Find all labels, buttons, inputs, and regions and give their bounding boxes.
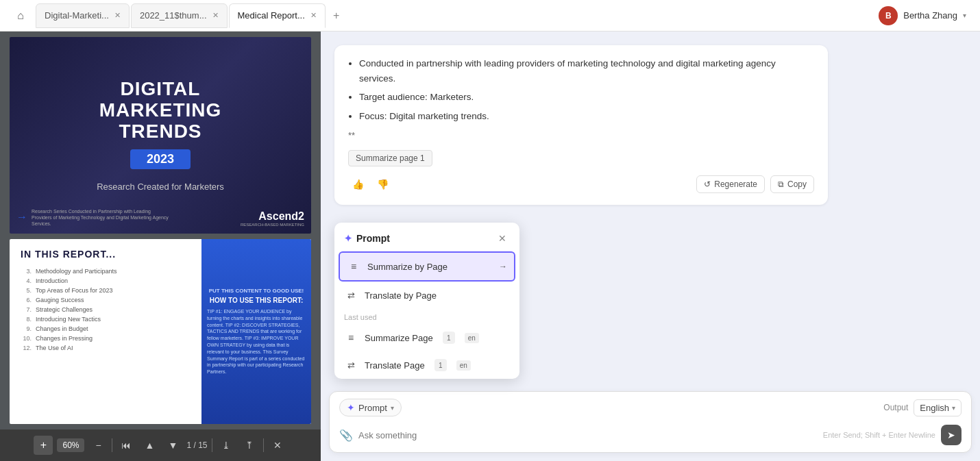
home-button[interactable]: ⌂ — [8, 3, 33, 28]
tab-2022[interactable]: 2022_11$thum... ✕ — [131, 3, 228, 28]
tab-digital-marketing[interactable]: Digital-Marketi... ✕ — [36, 3, 130, 28]
zoom-in-button[interactable]: + — [34, 436, 53, 455]
summarize-page-badge: 1 — [443, 332, 455, 344]
toc-label: Top Areas of Focus for 2023 — [36, 287, 113, 294]
copy-button[interactable]: ⧉ Copy — [770, 175, 814, 193]
thumbs-up-button[interactable]: 👍 — [348, 175, 367, 194]
prev-page-button[interactable]: ▲ — [140, 436, 159, 455]
summarize-page-icon: ≡ — [344, 331, 358, 345]
prompt-close-button[interactable]: ✕ — [495, 231, 510, 246]
output-label: Output — [883, 403, 908, 412]
last-used-translate-page[interactable]: ⇄ Translate Page 1 en — [334, 351, 519, 379]
skip-up-button[interactable]: ⤒ — [240, 436, 259, 455]
tab-label: Digital-Marketi... — [45, 10, 109, 21]
prompt-dropdown-header: ✦ Prompt ✕ — [334, 223, 519, 251]
regenerate-button[interactable]: ↺ Regenerate — [696, 175, 765, 193]
pdf-page-2: IN THIS REPORT... 3.Methodology and Part… — [10, 239, 311, 424]
toc-label: Strategic Challenges — [36, 306, 93, 313]
user-name: Bertha Zhang — [903, 10, 957, 21]
toc-item: 10.Changes in Pressing — [21, 334, 189, 343]
pdf-page-1: DIGITALMARKETINGTRENDS 2023 Research Cre… — [10, 37, 311, 234]
toc-num: 3. — [21, 268, 32, 275]
language-select[interactable]: English ▾ — [914, 399, 961, 416]
regenerate-label: Regenerate — [714, 179, 757, 189]
summarize-page-label: Summarize Page — [365, 333, 433, 343]
toc-label: Gauging Success — [36, 297, 84, 303]
page-display: 1 / 15 — [186, 440, 207, 450]
main-layout: DIGITALMARKETINGTRENDS 2023 Research Cre… — [0, 32, 980, 461]
summarize-page-lang: en — [465, 333, 479, 343]
language-chevron: ▾ — [952, 404, 955, 412]
prompt-pill-button[interactable]: ✦ Prompt ▾ — [339, 399, 402, 416]
summarize-by-page-icon: ≡ — [347, 260, 360, 273]
arrow-icon: → — [499, 262, 507, 271]
chat-input[interactable] — [358, 430, 818, 440]
toc-num: 6. — [21, 297, 32, 303]
toc-label: Changes in Pressing — [36, 335, 93, 342]
send-button[interactable]: ➤ — [941, 425, 961, 445]
prompt-pill-label: Prompt — [358, 403, 387, 413]
pdf-inset-label: PUT THIS CONTENT TO GOOD USE! — [207, 288, 306, 294]
toc-item: 5.Top Areas of Focus for 2023 — [21, 286, 189, 295]
tab-close-icon[interactable]: ✕ — [310, 11, 317, 20]
zoom-display[interactable]: 60% — [57, 438, 84, 452]
pdf-subtitle: Research Created for Marketers — [97, 182, 224, 192]
prompt-dropdown-title: ✦ Prompt — [344, 233, 390, 244]
bullet-1: Conducted in partnership with leading pr… — [359, 56, 814, 86]
toc-label: Introduction — [36, 277, 68, 284]
bullet-3: Focus: Digital marketing trends. — [359, 109, 814, 124]
prompt-item-translate-by-page[interactable]: ⇄ Translate by Page — [334, 282, 519, 309]
pdf-toc-header: IN THIS REPORT... — [21, 249, 189, 260]
attach-button[interactable]: 📎 — [339, 429, 353, 442]
bottom-bar: ✦ Prompt ▾ Output English ▾ 📎 Enter Send… — [329, 391, 972, 453]
pdf-inset-body: TIP #1: ENGAGE YOUR AUDIENCE by turning … — [207, 308, 306, 375]
toc-num: 12. — [21, 345, 32, 351]
skip-down-button[interactable]: ⤓ — [217, 436, 236, 455]
next-page-button[interactable]: ▼ — [163, 436, 182, 455]
toc-item: 9.Changes in Budget — [21, 324, 189, 334]
translate-page-badge: 1 — [434, 359, 447, 371]
right-panel: Conducted in partnership with leading pr… — [321, 32, 980, 461]
copy-label: Copy — [787, 179, 807, 189]
summarize-by-page-label: Summarize by Page — [367, 262, 448, 272]
first-page-button[interactable]: ⏮ — [117, 436, 136, 455]
toc-num: 7. — [21, 306, 32, 313]
avatar: B — [879, 6, 898, 25]
toc-label: The Use of AI — [36, 345, 73, 351]
tab-close-icon[interactable]: ✕ — [212, 11, 219, 20]
tab-medical-report[interactable]: Medical Report... ✕ — [229, 3, 326, 28]
toolbar-divider-3 — [263, 438, 264, 452]
badge-label: Summarize page 1 — [356, 153, 425, 163]
last-used-label: Last used — [334, 309, 519, 324]
toc-item: 8.Introducing New Tactics — [21, 314, 189, 324]
input-hint: Enter Send; Shift + Enter Newline — [823, 431, 935, 439]
bottom-bar-top: ✦ Prompt ▾ Output English ▾ — [330, 392, 971, 422]
prompt-dropdown[interactable]: ✦ Prompt ✕ ≡ Summarize by Page → ⇄ Trans… — [334, 223, 519, 379]
last-used-summarize-page[interactable]: ≡ Summarize Page 1 en — [334, 324, 519, 351]
pdf-toolbar: + 60% − ⏮ ▲ ▼ 1 / 15 ⤓ ⤒ ✕ — [0, 429, 321, 461]
translate-page-icon: ⇄ — [344, 358, 358, 372]
pdf-main-title: DIGITALMARKETINGTRENDS — [99, 79, 222, 142]
close-pdf-button[interactable]: ✕ — [268, 436, 287, 455]
toc-label: Methodology and Participants — [36, 268, 117, 275]
pdf-content[interactable]: DIGITALMARKETINGTRENDS 2023 Research Cre… — [0, 32, 321, 429]
pdf-logo-sub: RESEARCH-BASED MARKETING — [241, 223, 304, 227]
tab-close-icon[interactable]: ✕ — [114, 11, 121, 20]
chat-bullet-list: Conducted in partnership with leading pr… — [359, 56, 814, 123]
prompt-item-summarize-by-page[interactable]: ≡ Summarize by Page → — [339, 251, 515, 282]
toc-num: 5. — [21, 287, 32, 294]
thumbs-down-button[interactable]: 👎 — [373, 175, 392, 194]
send-icon: ➤ — [947, 429, 955, 440]
toc-item: 12.The Use of AI — [21, 343, 189, 353]
page-current: 1 — [186, 440, 191, 450]
toc-item: 6.Gauging Success — [21, 295, 189, 305]
zoom-out-button[interactable]: − — [88, 436, 108, 455]
input-row: 📎 Enter Send; Shift + Enter Newline ➤ — [330, 422, 971, 452]
toc-num: 4. — [21, 277, 32, 284]
user-menu[interactable]: B Bertha Zhang ▾ — [873, 3, 972, 28]
chevron-down-icon: ▾ — [963, 12, 966, 19]
add-tab-button[interactable]: + — [327, 6, 346, 25]
tab-label: 2022_11$thum... — [140, 10, 207, 21]
topbar: ⌂ Digital-Marketi... ✕ 2022_11$thum... ✕… — [0, 0, 980, 32]
pdf-footer: → Research Series Conducted in Partnersh… — [16, 208, 304, 227]
